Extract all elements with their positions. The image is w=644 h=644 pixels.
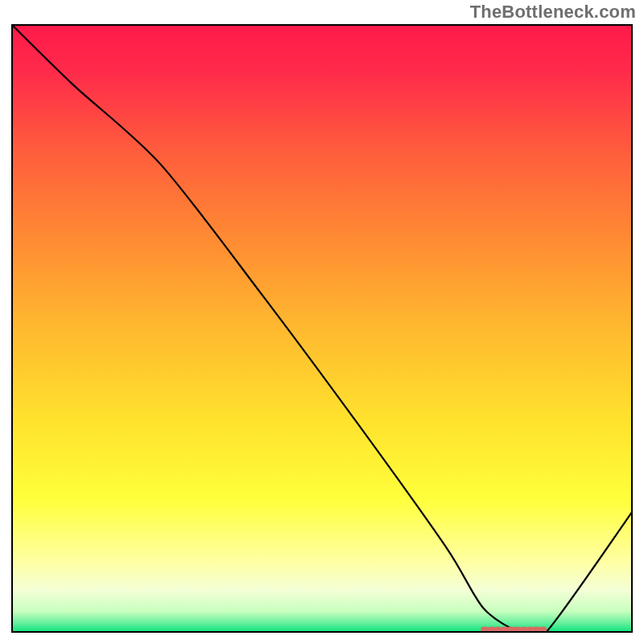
watermark-text: TheBottleneck.com [470,2,636,23]
chart-svg [11,24,633,633]
chart-plot-area [11,24,633,633]
gradient-background [11,24,633,633]
